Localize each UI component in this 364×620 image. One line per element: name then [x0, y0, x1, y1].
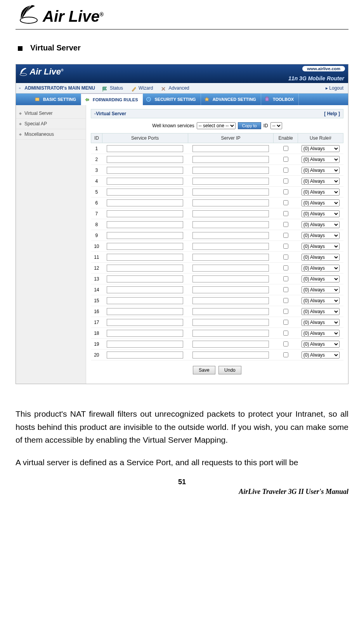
col-service-ports: Service Ports [102, 133, 188, 143]
service-ports-input[interactable] [107, 254, 184, 261]
help-link[interactable]: [ Help ] [324, 111, 340, 116]
enable-checkbox[interactable] [283, 211, 288, 216]
use-rule-select[interactable]: (0) Always [302, 265, 340, 272]
sidebar-item-virtual-server[interactable]: Virtual Server [16, 108, 86, 119]
service-ports-input[interactable] [107, 145, 184, 152]
undo-button[interactable]: Undo [218, 366, 241, 374]
server-ip-input[interactable] [192, 199, 269, 206]
service-ports-input[interactable] [107, 232, 184, 239]
url-pill[interactable]: www.airlive.com [302, 66, 345, 71]
wk-services-select[interactable]: -- select one -- [197, 122, 236, 129]
enable-checkbox[interactable] [283, 331, 288, 336]
server-ip-input[interactable] [192, 145, 269, 152]
service-ports-input[interactable] [107, 275, 184, 282]
enable-checkbox[interactable] [283, 287, 288, 292]
sidebar-item-special-ap[interactable]: Special AP [16, 119, 86, 129]
enable-checkbox[interactable] [283, 298, 288, 303]
server-ip-input[interactable] [192, 210, 269, 217]
service-ports-input[interactable] [107, 199, 184, 206]
use-rule-select[interactable]: (0) Always [302, 341, 340, 348]
server-ip-input[interactable] [192, 189, 269, 196]
server-ip-input[interactable] [192, 243, 269, 250]
enable-checkbox[interactable] [283, 168, 288, 173]
server-ip-input[interactable] [192, 352, 269, 358]
enable-checkbox[interactable] [283, 309, 288, 314]
enable-checkbox[interactable] [283, 265, 288, 270]
use-rule-select[interactable]: (0) Always [302, 286, 340, 293]
service-ports-input[interactable] [107, 221, 184, 228]
server-ip-input[interactable] [192, 232, 269, 239]
enable-checkbox[interactable] [283, 244, 288, 249]
service-ports-input[interactable] [107, 286, 184, 293]
server-ip-input[interactable] [192, 167, 269, 174]
use-rule-select[interactable]: (0) Always [302, 189, 340, 196]
enable-checkbox[interactable] [283, 200, 288, 205]
server-ip-input[interactable] [192, 341, 269, 348]
server-ip-input[interactable] [192, 308, 269, 315]
enable-checkbox[interactable] [283, 178, 288, 184]
use-rule-select[interactable]: (0) Always [302, 210, 340, 217]
server-ip-input[interactable] [192, 319, 269, 326]
enable-checkbox[interactable] [283, 352, 288, 357]
use-rule-select[interactable]: (0) Always [302, 275, 340, 282]
server-ip-input[interactable] [192, 286, 269, 293]
use-rule-select[interactable]: (0) Always [302, 232, 340, 239]
service-ports-input[interactable] [107, 308, 184, 315]
server-ip-input[interactable] [192, 330, 269, 337]
use-rule-select[interactable]: (0) Always [302, 199, 340, 206]
enable-checkbox[interactable] [283, 146, 288, 151]
service-ports-input[interactable] [107, 297, 184, 304]
use-rule-select[interactable]: (0) Always [302, 308, 340, 315]
use-rule-select[interactable]: (0) Always [302, 297, 340, 304]
use-rule-select[interactable]: (0) Always [302, 178, 340, 185]
server-ip-input[interactable] [192, 221, 269, 228]
use-rule-select[interactable]: (0) Always [302, 156, 340, 163]
server-ip-input[interactable] [192, 297, 269, 304]
enable-checkbox[interactable] [283, 276, 288, 281]
logout-link[interactable]: ▸ Logout [326, 85, 348, 91]
sidebar-item-miscellaneous[interactable]: Miscellaneous [16, 129, 86, 140]
tab-toolbox[interactable]: TOOLBOX [261, 94, 299, 105]
tab-advanced-setting[interactable]: ADVANCED SETTING [201, 94, 261, 105]
use-rule-select[interactable]: (0) Always [302, 352, 340, 358]
tab-security-setting[interactable]: SECURITY SETTING [143, 94, 201, 105]
use-rule-select[interactable]: (0) Always [302, 167, 340, 174]
service-ports-input[interactable] [107, 319, 184, 326]
service-ports-input[interactable] [107, 330, 184, 337]
enable-checkbox[interactable] [283, 233, 288, 238]
service-ports-input[interactable] [107, 178, 184, 185]
use-rule-select[interactable]: (0) Always [302, 221, 340, 228]
menu-status[interactable]: Status [99, 85, 128, 91]
server-ip-input[interactable] [192, 265, 269, 272]
copy-to-button[interactable]: Copy to [238, 122, 261, 129]
enable-checkbox[interactable] [283, 320, 288, 325]
server-ip-input[interactable] [192, 178, 269, 185]
service-ports-input[interactable] [107, 243, 184, 250]
service-ports-input[interactable] [107, 156, 184, 163]
service-ports-input[interactable] [107, 265, 184, 272]
enable-checkbox[interactable] [283, 222, 288, 227]
use-rule-select[interactable]: (0) Always [302, 330, 340, 337]
enable-checkbox[interactable] [283, 255, 288, 260]
server-ip-input[interactable] [192, 275, 269, 282]
tab-basic-setting[interactable]: BASIC SETTING [31, 94, 81, 105]
use-rule-select[interactable]: (0) Always [302, 254, 340, 261]
use-rule-select[interactable]: (0) Always [302, 243, 340, 250]
service-ports-input[interactable] [107, 352, 184, 358]
tab-forwarding-rules[interactable]: FORWARDING RULES [81, 94, 143, 105]
use-rule-select[interactable]: (0) Always [302, 145, 340, 152]
enable-checkbox[interactable] [283, 189, 288, 194]
service-ports-input[interactable] [107, 341, 184, 348]
menu-advanced[interactable]: Advanced [158, 85, 194, 91]
service-ports-input[interactable] [107, 167, 184, 174]
menu-wizard[interactable]: Wizard [128, 85, 158, 91]
server-ip-input[interactable] [192, 254, 269, 261]
service-ports-input[interactable] [107, 210, 184, 217]
service-ports-input[interactable] [107, 189, 184, 196]
id-select[interactable]: -- [270, 122, 282, 129]
use-rule-select[interactable]: (0) Always [302, 319, 340, 326]
save-button[interactable]: Save [193, 366, 215, 374]
enable-checkbox[interactable] [283, 157, 288, 162]
enable-checkbox[interactable] [283, 341, 288, 346]
server-ip-input[interactable] [192, 156, 269, 163]
